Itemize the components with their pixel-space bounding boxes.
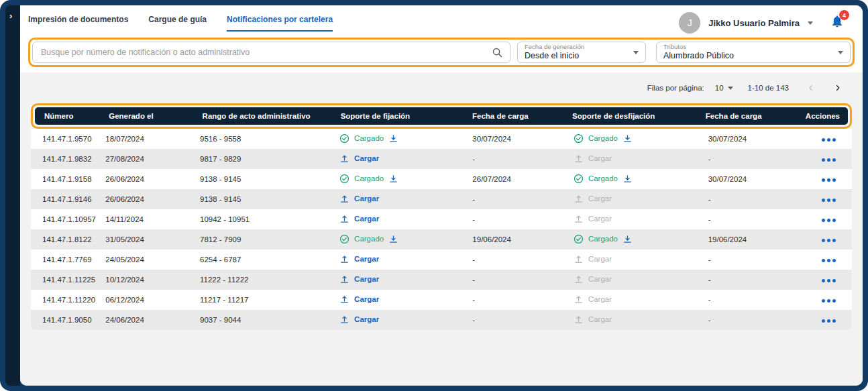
upload-status-desfijacion: Cargar [574,154,612,164]
filter-section: Fecha de generación Desde el inicio Trib… [20,36,863,72]
cell-soporte-desfijacion: Cargado [569,234,704,245]
cell-fecha-carga-desfijacion: - [704,256,806,264]
next-page-button[interactable] [833,83,843,93]
col-header-numero: Número [35,112,105,120]
cell-generado-el: 26/06/2024 [101,175,196,183]
cell-generado-el: 24/06/2024 [101,316,196,324]
search-field[interactable] [32,42,510,63]
more-actions-button[interactable] [822,199,836,202]
tab-cargue-de-guia[interactable]: Cargue de guía [148,15,207,32]
upload-status-fijacion[interactable]: Cargar [339,254,379,264]
col-header-generado-el: Generado el [105,112,198,120]
cell-soporte-fijacion: Cargado [335,234,468,245]
main-panel: Impresión de documentos Cargue de guía N… [20,5,863,386]
cell-rango: 9037 - 9044 [196,316,335,324]
search-input[interactable] [41,48,492,57]
upload-status-fijacion[interactable]: Cargado [339,133,398,144]
tab-notificaciones-por-cartelera[interactable]: Notificaciones por cartelera [227,15,333,32]
upload-status-fijacion[interactable]: Cargado [339,234,398,244]
user-area: J Jikko Usuario Palmira 4 [679,12,844,34]
upload-status-fijacion[interactable]: Cargar [339,194,379,204]
download-icon[interactable] [388,133,398,144]
cell-generado-el: 31/05/2024 [101,235,196,243]
upload-status-label: Cargar [354,194,379,203]
more-actions-button[interactable] [822,178,836,182]
cell-soporte-fijacion: Cargar [335,154,468,165]
cell-generado-el: 27/08/2024 [101,155,196,163]
more-actions-button[interactable] [822,158,836,162]
check-circle-icon [339,133,349,144]
upload-status-label: Cargar [588,154,612,162]
upload-status-fijacion[interactable]: Cargar [339,315,379,325]
cell-rango: 7812 - 7909 [196,235,335,243]
avatar[interactable]: J [679,12,700,34]
cell-soporte-desfijacion: Cargar [569,194,704,205]
upload-status-label: Cargar [588,295,612,303]
upload-status-fijacion[interactable]: Cargar [339,214,379,224]
cell-rango: 10942 - 10951 [196,215,335,223]
cell-generado-el: 14/11/2024 [101,215,196,223]
upload-status-label: Cargado [588,134,618,142]
cell-soporte-desfijacion: Cargar [569,294,704,306]
cell-fecha-carga-desfijacion: 19/06/2024 [704,235,806,243]
more-actions-button[interactable] [822,138,836,142]
col-header-fecha-carga-1: Fecha de carga [468,112,568,120]
sidebar-expand-icon[interactable]: › [9,11,12,21]
upload-status-fijacion[interactable]: Cargar [339,274,379,284]
more-actions-button[interactable] [822,239,836,242]
cell-numero: 141.47.1.9146 [31,195,101,203]
cell-fecha-carga-fijacion: - [468,316,569,324]
cell-soporte-desfijacion: Cargado [569,174,704,185]
cell-soporte-fijacion: Cargado [335,174,468,185]
date-filter-value: Desde el inicio [525,51,633,60]
download-icon[interactable] [622,133,633,144]
cell-fecha-carga-fijacion: - [468,215,569,223]
upload-status-desfijacion: Cargar [574,214,612,224]
cell-soporte-desfijacion: Cargar [569,154,704,165]
prev-page-button[interactable] [806,83,816,93]
cell-fecha-carga-desfijacion: - [704,276,806,284]
top-bar: Impresión de documentos Cargue de guía N… [20,5,863,36]
more-actions-button[interactable] [822,219,836,222]
upload-icon [574,194,584,204]
cell-fecha-carga-fijacion: 19/06/2024 [468,235,569,243]
tab-impresion-de-documentos[interactable]: Impresión de documentos [28,15,128,32]
upload-status-desfijacion[interactable]: Cargado [574,234,633,244]
content-area: Filas por página: 10 1-10 de 143 [20,72,863,386]
rows-per-page-value: 10 [715,84,724,92]
filters-highlight-box: Fecha de generación Desde el inicio Trib… [28,38,855,67]
download-icon[interactable] [622,174,633,184]
cell-fecha-carga-desfijacion: 30/07/2024 [704,175,806,183]
cell-numero: 141.47.1.8122 [31,235,101,243]
upload-status-fijacion[interactable]: Cargar [339,154,379,164]
tribute-filter-select[interactable]: Tributos Alumbrado Público [656,42,851,63]
table-row: 141.47.1.7769 24/05/2024 6254 - 6787 Car… [31,249,852,270]
notifications-button[interactable]: 4 [830,15,844,31]
cell-generado-el: 10/12/2024 [101,276,196,284]
download-icon[interactable] [388,174,398,184]
date-filter-select[interactable]: Fecha de generación Desde el inicio [517,42,646,63]
table-row: 141.47.1.11220 06/12/2024 11217 - 11217 … [31,290,852,310]
upload-status-fijacion[interactable]: Cargar [339,294,379,304]
download-icon[interactable] [388,234,398,244]
upload-status-desfijacion[interactable]: Cargado [574,133,633,144]
cell-numero: 141.47.1.9050 [31,316,101,324]
user-menu-caret-icon[interactable] [808,21,813,25]
upload-status-fijacion[interactable]: Cargado [339,174,398,184]
cell-rango: 9138 - 9145 [196,195,335,203]
search-icon[interactable] [492,47,503,58]
rows-per-page-select[interactable]: 10 [715,84,733,92]
download-icon[interactable] [622,234,633,244]
cell-fecha-carga-desfijacion: 30/07/2024 [704,135,806,143]
user-name: Jikko Usuario Palmira [708,18,800,28]
more-actions-button[interactable] [822,259,836,262]
more-actions-button[interactable] [822,279,836,282]
rows-per-page-label: Filas por página: [647,84,704,92]
upload-status-label: Cargado [354,235,384,243]
upload-status-desfijacion: Cargar [574,194,612,204]
upload-status-desfijacion[interactable]: Cargado [574,174,633,184]
more-actions-button[interactable] [822,319,836,323]
table-row: 141.47.1.8122 31/05/2024 7812 - 7909 Car… [31,229,852,249]
more-actions-button[interactable] [822,299,836,302]
cell-soporte-desfijacion: Cargado [569,133,704,145]
